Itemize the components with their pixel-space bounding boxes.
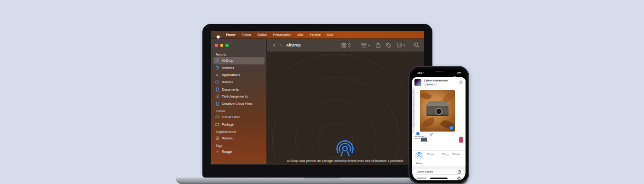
iphone: 18:17 1 photo sélectionnée Options ⌄ × (408, 66, 469, 184)
sidebar-item-applications[interactable]: A Applications (213, 71, 264, 79)
app-messages[interactable]: Messages (426, 152, 437, 155)
sidebar-item-documents[interactable]: Documents (213, 86, 264, 93)
cloud-icon (215, 115, 219, 119)
sidebar-section-icloud: iCloud (213, 109, 264, 114)
sidebar-item-airdrop[interactable]: AirDrop (213, 57, 264, 64)
group-by-icon[interactable] (361, 43, 367, 48)
sidebar-section-emplacements: Emplacements (213, 130, 264, 134)
action-copy-photo[interactable]: Copier la photo (414, 169, 464, 175)
sidebar-item-reseau[interactable]: Réseau (213, 134, 264, 142)
minimize-window-button[interactable] (220, 44, 224, 47)
photo-strip[interactable] (412, 88, 415, 133)
selected-photo[interactable]: ✓ (420, 90, 455, 132)
sidebar-item-telechargements[interactable]: Téléchargements (213, 93, 264, 100)
sidebar-section-tags: Tags (213, 144, 264, 148)
app-label: AirDrop (413, 162, 425, 164)
sidebar-item-label: Récents (222, 66, 234, 70)
grid-view-icon[interactable] (341, 43, 346, 48)
options-button[interactable]: Options ⌄ (424, 83, 437, 86)
app-airdrop[interactable]: AirDrop (413, 152, 425, 164)
front-camera (444, 71, 445, 73)
battery-icon (457, 72, 461, 75)
sidebar-item-icloud-drive[interactable]: iCloud Drive (213, 114, 264, 121)
sidebar-list: Favoris AirDrop Récents A Applications B… (211, 52, 266, 155)
file-icon (215, 102, 219, 106)
shared-folder-icon (215, 122, 219, 126)
wifi-icon (453, 72, 456, 74)
sidebar-section-favoris: Favoris (213, 53, 264, 57)
menu-item-fenetre[interactable]: Fenêtre (310, 33, 321, 36)
selected-check-badge: ✓ (449, 126, 453, 130)
contact-macbook[interactable]: MacBook de mon contact (413, 135, 425, 139)
menu-bar: Finder Fichier Édition Présentation Alle… (211, 31, 424, 39)
macos-screen: Finder Fichier Édition Présentation Alle… (211, 31, 424, 165)
sidebar-item-label: Bureau (222, 80, 233, 84)
app-whatsapp[interactable]: WhatsApp (450, 152, 462, 155)
close-window-button[interactable] (215, 44, 218, 47)
menu-item-finder[interactable]: Finder (226, 33, 236, 36)
airdrop-icon (215, 58, 219, 63)
more-actions-icon[interactable] (397, 42, 402, 48)
sidebar-item-label: Documents (222, 87, 239, 92)
zoom-window-button[interactable] (225, 44, 229, 47)
camera-photo-lens (435, 108, 443, 115)
apple-logo-icon[interactable] (216, 33, 220, 37)
sidebar-item-recents[interactable]: Récents (213, 64, 264, 72)
group-chevron-down-icon[interactable] (368, 44, 370, 46)
menu-item-aller[interactable]: Aller (297, 33, 304, 36)
airdrop-contacts-row: MacBook de mon contact ✓ ✓ (412, 133, 466, 151)
sidebar-item-bureau[interactable]: Bureau (213, 79, 264, 86)
photo-preview-section: ✓ (412, 88, 466, 133)
desktop-icon (215, 80, 219, 84)
share-apps-row: AirDrop Messages Mail WhatsApp (412, 151, 466, 167)
clock-icon (215, 66, 219, 70)
finder-main-column: ‹ › AirDrop (267, 39, 424, 164)
applications-icon: A (215, 73, 219, 77)
sidebar-item-partage[interactable]: Partagé (213, 121, 264, 128)
forward-button[interactable]: › (280, 42, 282, 48)
menu-item-edition[interactable]: Édition (257, 33, 267, 36)
view-chevron-updown-icon[interactable] (348, 43, 351, 48)
share-icon[interactable] (376, 42, 380, 48)
laptop-base-notch (304, 178, 340, 180)
globe-icon (215, 136, 219, 140)
status-bar-time: 18:17 (417, 71, 424, 74)
sidebar-item-label: Creative Cloud Files (222, 102, 253, 106)
menu-item-fichier[interactable]: Fichier (242, 33, 251, 36)
sidebar-item-label: Partagé (222, 122, 234, 126)
finder-sidebar: Favoris AirDrop Récents A Applications B… (211, 39, 267, 164)
share-sheet-header: 1 photo sélectionnée Options ⌄ × (412, 77, 466, 88)
airdrop-app-icon (415, 153, 423, 161)
speaker-slot (436, 71, 443, 72)
more-chevron-down-icon[interactable] (403, 44, 406, 46)
sidebar-item-creative-cloud-files[interactable]: Creative Cloud Files (213, 100, 264, 108)
tag-icon[interactable] (386, 43, 391, 48)
search-icon[interactable] (414, 42, 420, 48)
document-icon (215, 87, 219, 92)
printer-icon (457, 174, 461, 181)
iphone-notch (426, 69, 451, 75)
share-sheet: 1 photo sélectionnée Options ⌄ × ✓ (412, 77, 466, 180)
airdrop-badge-icon (416, 132, 420, 135)
airdrop-big-icon (336, 140, 354, 159)
sidebar-item-rouge[interactable]: Rouge (213, 148, 264, 155)
sidebar-item-label: Téléchargements (222, 94, 248, 98)
download-icon (215, 94, 219, 98)
finder-window: Favoris AirDrop Récents A Applications B… (211, 39, 424, 164)
share-sheet-title: 1 photo sélectionnée (424, 79, 448, 82)
app-mail[interactable]: Mail (438, 152, 450, 155)
airdrop-caption: AirDrop vous permet de partager instanta… (267, 159, 424, 162)
menu-item-presentation[interactable]: Présentation (273, 33, 291, 36)
sidebar-item-label: Rouge (222, 150, 232, 154)
sidebar-item-label: AirDrop (222, 58, 233, 63)
sidebar-item-label: iCloud Drive (222, 115, 240, 119)
red-tag-icon (215, 150, 219, 154)
back-button[interactable]: ‹ (273, 42, 275, 48)
home-indicator[interactable] (430, 178, 448, 179)
menu-item-aide[interactable]: Aide (327, 33, 333, 36)
close-icon[interactable]: × (459, 80, 463, 85)
window-controls (211, 39, 266, 52)
photo-thumbnail (414, 79, 421, 86)
sidebar-item-label: Applications (222, 73, 240, 77)
iphone-screen: 18:17 1 photo sélectionnée Options ⌄ × (412, 69, 466, 180)
